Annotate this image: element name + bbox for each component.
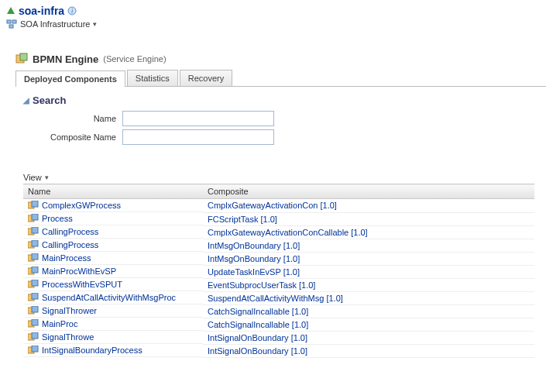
table-row: MainProcCatchSignalIncallable [1.0] — [23, 318, 534, 331]
process-name-link[interactable]: MainProcess — [42, 253, 91, 263]
composite-link[interactable]: FCScriptTask [1.0] — [208, 215, 277, 224]
table-row: CallingProcessCmplxGatewayActivationConC… — [23, 225, 534, 239]
process-name-link[interactable]: SuspendAtCallActivityWithMsgProc — [42, 293, 176, 302]
process-name-link[interactable]: CallingProcess — [42, 240, 98, 249]
svg-rect-19 — [32, 266, 38, 273]
process-icon — [28, 306, 39, 315]
table-row: IntSignalBoundaryProcessIntSignalOnBound… — [23, 344, 534, 357]
context-menu-row: SOA Infrastructure ▾ — [6, 19, 546, 29]
svg-rect-15 — [32, 240, 38, 246]
search-heading[interactable]: ◢ Search — [23, 95, 546, 106]
col-header-name[interactable]: Name — [23, 184, 203, 199]
process-name-link[interactable]: CallingProcess — [42, 227, 98, 236]
table-row: SignalThrowerCatchSignalIncallable [1.0] — [23, 304, 534, 318]
process-icon — [28, 346, 39, 355]
table-row: CallingProcessIntMsgOnBoundary [1.0] — [23, 239, 534, 252]
bpmn-engine-icon — [15, 53, 28, 65]
svg-rect-31 — [32, 346, 38, 352]
disclose-icon[interactable]: ◢ — [23, 96, 29, 105]
engine-type: (Service Engine) — [103, 54, 166, 64]
svg-rect-13 — [32, 227, 38, 233]
svg-rect-4 — [12, 20, 16, 23]
tab-bar: Deployed ComponentsStatisticsRecovery — [15, 70, 546, 87]
search-name-label: Name — [23, 114, 122, 123]
search-name-row: Name — [23, 111, 546, 126]
process-name-link[interactable]: SignalThrower — [42, 306, 97, 315]
composite-link[interactable]: IntMsgOnBoundary [1.0] — [208, 254, 300, 263]
search-composite-input[interactable] — [122, 129, 274, 145]
process-name-link[interactable]: ComplexGWProcess — [42, 201, 121, 210]
svg-rect-27 — [32, 319, 38, 325]
svg-marker-0 — [7, 7, 15, 14]
table-row: ComplexGWProcessCmplxGatewayActivationCo… — [23, 199, 534, 213]
composite-link[interactable]: CatchSignalIncallable [1.0] — [208, 320, 308, 329]
engine-header: BPMN Engine (Service Engine) — [15, 53, 546, 65]
svg-rect-21 — [32, 280, 38, 286]
process-icon — [28, 214, 39, 223]
search-name-input[interactable] — [122, 111, 274, 126]
info-icon[interactable]: i — [67, 6, 77, 15]
table-row: MainProcessIntMsgOnBoundary [1.0] — [23, 252, 534, 265]
nav-up-icon[interactable] — [6, 6, 15, 15]
search-composite-row: Composite Name — [23, 129, 546, 145]
composite-link[interactable]: CmplxGatewayActivationConCallable [1.0] — [208, 228, 368, 237]
process-icon — [28, 253, 39, 263]
col-header-composite[interactable]: Composite — [203, 184, 534, 199]
composite-link[interactable]: UpdateTaskInEvSP [1.0] — [208, 267, 300, 277]
view-menu-label: View — [23, 173, 42, 182]
breadcrumb-soa-infra[interactable]: soa-infra — [19, 5, 64, 17]
process-icon — [28, 201, 39, 210]
table-row: SignalThroweIntSignalOnBoundary [1.0] — [23, 331, 534, 344]
composite-link[interactable]: EventSubprocUserTask [1.0] — [208, 280, 315, 290]
process-icon — [28, 319, 39, 328]
search-composite-label: Composite Name — [23, 132, 122, 142]
search-heading-label: Search — [33, 95, 66, 106]
context-menu-label[interactable]: SOA Infrastructure — [20, 19, 90, 29]
soa-infra-icon — [6, 19, 17, 29]
engine-title: BPMN Engine — [33, 53, 98, 65]
svg-rect-9 — [32, 201, 38, 207]
composite-link[interactable]: IntSignalOnBoundary [1.0] — [208, 346, 307, 356]
table-row: SuspendAtCallActivityWithMsgProcSuspendA… — [23, 291, 534, 304]
table-row: ProcessWithEvSPUTEventSubprocUserTask [1… — [23, 278, 534, 291]
components-table: Name Composite ComplexGWProcessCmplxGate… — [23, 184, 534, 358]
tab-statistics[interactable]: Statistics — [127, 70, 178, 86]
process-name-link[interactable]: SignalThrowe — [42, 332, 94, 342]
svg-rect-5 — [9, 25, 13, 28]
composite-link[interactable]: CmplxGatewayActivationCon [1.0] — [208, 201, 337, 210]
process-icon — [28, 293, 39, 302]
process-icon — [28, 280, 39, 289]
process-name-link[interactable]: ProcessWithEvSPUT — [42, 280, 122, 289]
tab-recovery[interactable]: Recovery — [180, 70, 232, 86]
svg-rect-25 — [32, 306, 38, 312]
process-name-link[interactable]: IntSignalBoundaryProcess — [42, 346, 143, 355]
svg-text:i: i — [71, 8, 73, 15]
process-name-link[interactable]: MainProc — [42, 319, 77, 328]
svg-rect-11 — [32, 214, 38, 220]
svg-rect-17 — [32, 253, 38, 260]
process-name-link[interactable]: Process — [42, 214, 73, 223]
table-row: ProcessFCScriptTask [1.0] — [23, 212, 534, 225]
view-menu[interactable]: View ▾ — [23, 173, 546, 182]
search-panel: ◢ Search Name Composite Name — [23, 95, 546, 145]
composite-link[interactable]: IntMsgOnBoundary [1.0] — [208, 241, 300, 250]
dropdown-icon[interactable]: ▾ — [93, 20, 97, 28]
composite-link[interactable]: SuspendAtCallActivityWithMsg [1.0] — [208, 294, 343, 303]
process-icon — [28, 240, 39, 249]
svg-rect-3 — [7, 20, 11, 23]
process-icon — [28, 227, 39, 236]
tab-deployed-components[interactable]: Deployed Components — [15, 70, 125, 87]
svg-rect-23 — [32, 293, 38, 299]
process-icon — [28, 266, 39, 276]
dropdown-icon: ▾ — [45, 174, 49, 181]
breadcrumb-row: soa-infra i — [6, 5, 546, 17]
process-icon — [28, 332, 39, 342]
composite-link[interactable]: IntSignalOnBoundary [1.0] — [208, 333, 307, 342]
process-name-link[interactable]: MainProcWithEvSP — [42, 266, 116, 276]
svg-rect-7 — [20, 53, 27, 60]
svg-rect-29 — [32, 332, 38, 339]
composite-link[interactable]: CatchSignalIncallable [1.0] — [208, 307, 308, 316]
table-row: MainProcWithEvSPUpdateTaskInEvSP [1.0] — [23, 265, 534, 278]
